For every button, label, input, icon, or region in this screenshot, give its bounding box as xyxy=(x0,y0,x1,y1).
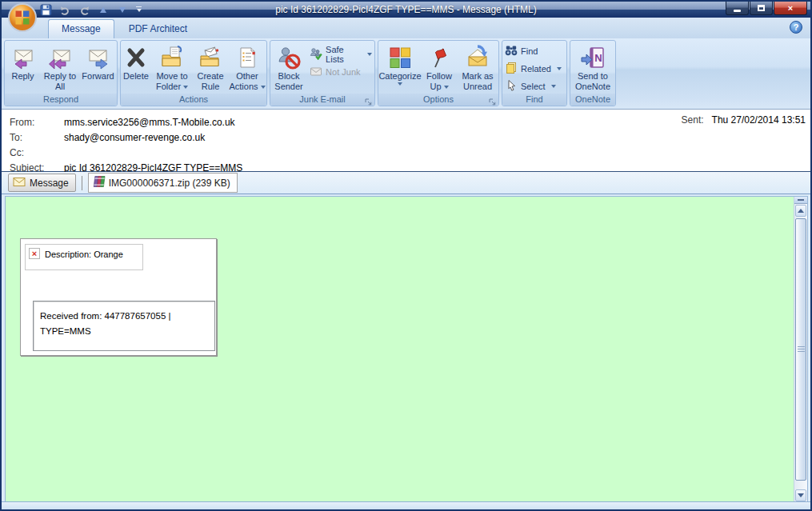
to-value: shady@consumer-revenge.co.uk xyxy=(64,132,205,143)
customize-qat-dropdown-icon[interactable] xyxy=(134,4,144,15)
maximize-button[interactable] xyxy=(750,2,773,15)
image-placeholder: × Description: Orange xyxy=(25,244,143,270)
reply-icon xyxy=(10,44,36,71)
onenote-icon: N xyxy=(580,44,606,71)
office-button[interactable] xyxy=(7,2,38,33)
block-sender-icon xyxy=(276,44,302,71)
group-actions: Delete Move to Folder Create Rule xyxy=(120,40,267,106)
sent-label: Sent: xyxy=(682,114,704,126)
group-caption-options: Options xyxy=(378,94,498,106)
mark-as-unread-button[interactable]: Mark as Unread xyxy=(457,42,498,94)
received-line-1: Received from: 447787657055 | xyxy=(40,309,208,324)
junk-dialog-launcher-icon[interactable] xyxy=(364,95,374,105)
from-value: mms.service3256@mms.T-Mobile.co.uk xyxy=(64,117,235,128)
sent-value: Thu 27/02/2014 13:51 xyxy=(712,114,806,126)
message-view-tab[interactable]: Message xyxy=(8,174,76,192)
message-body-area: × Description: Orange Received from: 447… xyxy=(2,194,810,505)
related-button[interactable]: Related xyxy=(502,62,564,76)
group-caption-respond: Respond xyxy=(5,94,117,106)
safe-lists-button[interactable]: Safe Lists xyxy=(307,47,374,62)
options-dialog-launcher-icon[interactable] xyxy=(488,95,498,105)
reply-to-all-button[interactable]: Reply to All xyxy=(41,42,79,94)
scrollbar-grip-icon xyxy=(798,346,805,353)
move-to-folder-icon xyxy=(159,44,185,71)
from-label: From: xyxy=(2,117,64,128)
categorize-button[interactable]: Categorize xyxy=(378,42,422,94)
attachment-zip[interactable]: IMG000006371.zip (239 KB) xyxy=(88,173,238,193)
follow-up-button[interactable]: Follow Up xyxy=(422,42,457,94)
find-button[interactable]: Find xyxy=(502,44,564,58)
dropdown-arrow-icon xyxy=(367,53,372,56)
delete-icon xyxy=(123,44,149,71)
create-rule-icon xyxy=(198,44,223,71)
received-info-box: Received from: 447787657055 | TYPE=MMS xyxy=(33,301,215,351)
dropdown-arrow-icon xyxy=(183,86,188,89)
tab-message[interactable]: Message xyxy=(48,19,114,38)
select-icon xyxy=(505,79,518,94)
tab-pdf-architect[interactable]: PDF Architect xyxy=(116,20,200,38)
minimize-icon xyxy=(734,10,741,12)
move-to-folder-button[interactable]: Move to Folder xyxy=(151,42,193,94)
dropdown-arrow-icon xyxy=(557,67,562,70)
select-button[interactable]: Select xyxy=(502,79,564,94)
vertical-scrollbar[interactable] xyxy=(794,197,807,502)
group-caption-find: Find xyxy=(502,94,566,106)
find-icon xyxy=(505,44,518,58)
minimize-button[interactable] xyxy=(726,2,749,15)
attachment-separator xyxy=(82,176,82,190)
close-icon: × xyxy=(788,3,793,13)
quick-access-toolbar xyxy=(38,2,144,17)
scroll-up-icon[interactable] xyxy=(795,205,806,217)
message-window: pic Id 361202829-PicI4ZGF TYPE==MMS - Me… xyxy=(0,0,812,511)
related-icon xyxy=(505,62,518,76)
undo-icon xyxy=(58,3,72,17)
save-icon[interactable] xyxy=(38,3,53,17)
group-onenote: N Send to OneNote OneNote xyxy=(570,40,616,106)
safe-lists-icon xyxy=(310,47,322,62)
group-respond: Reply Reply to All Forward Respond xyxy=(4,40,118,106)
dropdown-arrow-icon xyxy=(551,85,556,88)
to-label: To: xyxy=(2,132,64,143)
group-junk-email: Block Sender Safe Lists Not Junk xyxy=(270,40,375,106)
dropdown-arrow-icon xyxy=(398,82,402,86)
broken-image-icon: × xyxy=(29,248,40,259)
onenote-n-glyph: N xyxy=(594,52,602,64)
scrollbar-splitter[interactable] xyxy=(794,197,807,204)
categorize-icon xyxy=(387,44,413,71)
ribbon-tab-row: Message PDF Architect xyxy=(2,18,810,38)
reply-button[interactable]: Reply xyxy=(5,42,41,94)
dropdown-arrow-icon xyxy=(261,86,266,89)
not-junk-icon xyxy=(310,65,322,79)
delete-button[interactable]: Delete xyxy=(121,42,151,94)
group-caption-junk-email: Junk E-mail xyxy=(270,94,374,106)
forward-button[interactable]: Forward xyxy=(79,42,117,94)
maximize-icon xyxy=(758,5,765,11)
other-actions-icon xyxy=(234,44,260,71)
winrar-icon xyxy=(92,175,106,190)
close-button[interactable]: × xyxy=(774,2,807,15)
attachment-name: IMG000006371.zip (239 KB) xyxy=(109,178,230,189)
follow-up-icon xyxy=(426,44,452,71)
forward-icon xyxy=(86,44,111,71)
received-line-2: TYPE=MMS xyxy=(40,324,208,339)
other-actions-button[interactable]: Other Actions xyxy=(228,42,266,94)
send-to-onenote-button[interactable]: N Send to OneNote xyxy=(570,42,615,94)
group-caption-onenote: OneNote xyxy=(570,94,615,106)
reply-all-icon xyxy=(47,44,73,71)
envelope-icon xyxy=(13,176,26,190)
scroll-down-icon[interactable] xyxy=(795,489,806,501)
group-find: Find Related Select xyxy=(502,40,567,106)
not-junk-button: Not Junk xyxy=(307,65,374,79)
scrollbar-thumb[interactable] xyxy=(795,218,806,481)
next-item-icon[interactable] xyxy=(115,3,130,17)
message-content-table: × Description: Orange Received from: 447… xyxy=(20,238,217,356)
previous-item-icon[interactable] xyxy=(96,3,110,17)
titlebar: pic Id 361202829-PicI4ZGF TYPE==MMS - Me… xyxy=(2,2,810,18)
create-rule-button[interactable]: Create Rule xyxy=(193,42,228,94)
group-caption-actions: Actions xyxy=(121,94,266,106)
ribbon: Reply Reply to All Forward Respond xyxy=(2,38,810,110)
block-sender-button[interactable]: Block Sender xyxy=(270,42,307,94)
help-button[interactable]: ? xyxy=(790,21,802,34)
mark-as-unread-icon xyxy=(465,44,490,71)
redo-icon xyxy=(77,3,91,17)
